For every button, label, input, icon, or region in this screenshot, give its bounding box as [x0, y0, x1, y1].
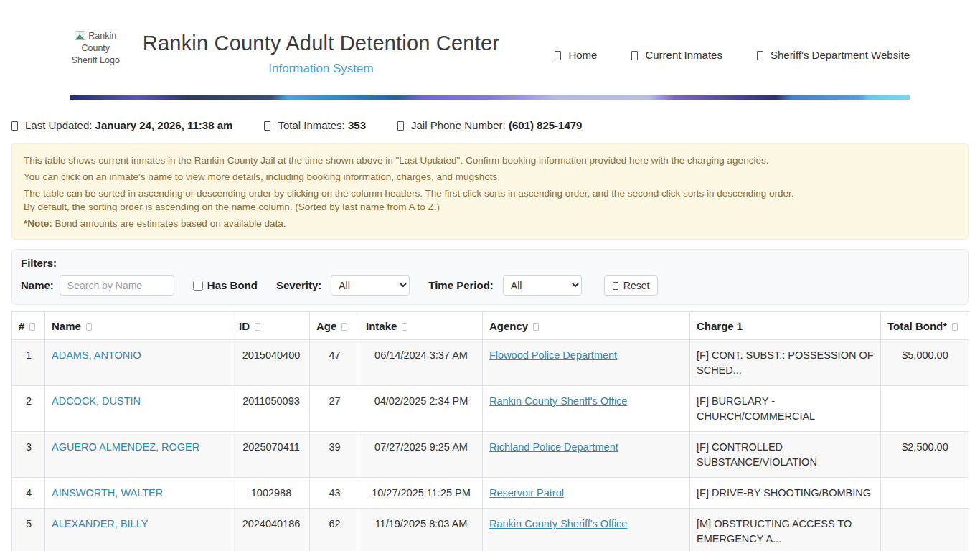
has-bond-checkbox[interactable] — [193, 281, 203, 291]
row-number: 2 — [12, 386, 45, 432]
inmate-age: 47 — [310, 340, 359, 386]
charge-text: [F] BURGLARY - CHURCH/COMMERCIAL — [690, 386, 881, 432]
jail-phone-label: Jail Phone Number: — [411, 119, 506, 131]
inmate-name-link[interactable]: ADCOCK, DUSTIN — [52, 395, 141, 407]
sort-icon — [952, 323, 958, 331]
people-icon — [264, 121, 270, 131]
sheriff-logo: Rankin County Sheriff Logo — [70, 30, 122, 67]
page-subtitle: Information System — [122, 62, 521, 76]
sort-icon — [255, 323, 260, 331]
inmate-id: 1002988 — [232, 478, 310, 509]
bond-amount — [881, 509, 969, 551]
bond-amount: $2,500.00 — [881, 432, 969, 478]
inmate-id: 2025070411 — [232, 432, 310, 478]
nav-link-current-inmates[interactable]: Current Inmates — [631, 49, 722, 61]
inmate-name-link[interactable]: AGUERO ALMENDEZ, ROGER — [52, 441, 199, 453]
inmate-name-link[interactable]: ALEXANDER, BILLY — [52, 518, 148, 529]
intake-datetime: 11/19/2025 8:03 AM — [359, 509, 483, 551]
notice-line-1: This table shows current inmates in the … — [24, 154, 956, 167]
col-header-age[interactable]: Age — [310, 312, 359, 340]
nav-link-home[interactable]: Home — [555, 49, 597, 61]
col-header-agency[interactable]: Agency — [483, 312, 690, 340]
total-inmates-label: Total Inmates: — [278, 119, 344, 131]
notice-note: *Note: Bond amounts are estimates based … — [24, 217, 956, 230]
intake-datetime: 04/02/2025 2:34 PM — [359, 386, 483, 432]
has-bond-filter: Has Bond — [193, 279, 258, 291]
agency-link[interactable]: Reservoir Patrol — [489, 487, 564, 499]
inmate-id: 2011050093 — [232, 386, 310, 432]
agency-link[interactable]: Rankin County Sheriff's Office — [489, 395, 627, 407]
agency-cell: Flowood Police Department — [483, 340, 690, 386]
sort-icon — [402, 323, 407, 331]
inmate-table-body: 1 ADAMS, ANTONIO 2015040400 47 06/14/202… — [12, 340, 969, 551]
col-header-id[interactable]: ID — [232, 312, 310, 340]
name-cell: AINSWORTH, WALTER — [45, 478, 232, 509]
col-header-charge[interactable]: Charge 1 — [690, 312, 881, 340]
agency-link[interactable]: Richland Police Department — [489, 441, 618, 453]
bond-amount — [881, 386, 969, 432]
col-header-intake[interactable]: Intake — [359, 312, 483, 340]
search-input[interactable] — [60, 275, 174, 296]
name-cell: ALEXANDER, BILLY — [45, 509, 232, 551]
agency-link[interactable]: Rankin County Sheriff's Office — [489, 518, 627, 529]
col-header-total-bond[interactable]: Total Bond* — [881, 312, 969, 340]
inmate-name-link[interactable]: AINSWORTH, WALTER — [52, 487, 163, 499]
status-bar: Last Updated: January 24, 2026, 11:38 am… — [11, 119, 969, 131]
inmate-name-link[interactable]: ADAMS, ANTONIO — [52, 349, 141, 361]
name-cell: ADCOCK, DUSTIN — [45, 386, 232, 432]
name-filter-label: Name: — [21, 279, 54, 291]
site-header: Rankin County Sheriff Logo Rankin County… — [70, 20, 910, 76]
table-row: 3 AGUERO ALMENDEZ, ROGER 2025070411 39 0… — [12, 432, 969, 478]
table-row: 1 ADAMS, ANTONIO 2015040400 47 06/14/202… — [12, 340, 969, 386]
row-number: 4 — [12, 478, 45, 509]
agency-cell: Reservoir Patrol — [483, 478, 690, 509]
phone-icon — [397, 121, 404, 131]
jail-phone: Jail Phone Number: (601) 825-1479 — [397, 119, 582, 131]
intake-datetime: 06/14/2024 3:37 AM — [359, 340, 483, 386]
filters-panel: Filters: Name: Has Bond Severity: All Ti… — [11, 249, 969, 305]
decorative-gradient-bar — [70, 95, 910, 100]
table-row: 4 AINSWORTH, WALTER 1002988 43 10/27/202… — [12, 478, 969, 509]
name-cell: AGUERO ALMENDEZ, ROGER — [45, 432, 232, 478]
col-header-number[interactable]: # — [12, 312, 45, 340]
inmate-table: # Name ID Age Intake Agency Charge 1 Tot… — [11, 311, 969, 551]
table-header-row: # Name ID Age Intake Agency Charge 1 Tot… — [12, 312, 969, 340]
time-period-select[interactable]: All — [503, 275, 582, 296]
external-link-icon — [757, 51, 763, 60]
notice-note-label: *Note: — [24, 218, 52, 229]
name-cell: ADAMS, ANTONIO — [45, 340, 232, 386]
charge-text: [F] CONTROLLED SUBSTANCE/VIOLATION — [690, 432, 881, 478]
last-updated-label: Last Updated: — [25, 119, 92, 131]
col-header-name[interactable]: Name — [45, 312, 232, 340]
nav-label-current-inmates: Current Inmates — [645, 49, 722, 61]
table-row: 2 ADCOCK, DUSTIN 2011050093 27 04/02/202… — [12, 386, 969, 432]
page-title: Rankin County Adult Detention Center — [122, 32, 521, 55]
sort-icon — [29, 323, 35, 331]
severity-select[interactable]: All — [331, 275, 410, 296]
filters-row: Name: Has Bond Severity: All Time Period… — [21, 275, 959, 296]
sort-icon — [533, 323, 539, 331]
notice-note-text: Bond amounts are estimates based on avai… — [52, 218, 286, 229]
table-row: 5 ALEXANDER, BILLY 2024040186 62 11/19/2… — [12, 509, 969, 551]
sort-icon — [341, 323, 347, 331]
inmate-age: 39 — [310, 432, 359, 478]
bond-amount — [881, 478, 969, 509]
time-period-filter-label: Time Period: — [428, 279, 494, 291]
reset-icon — [613, 282, 618, 290]
inmate-id: 2024040186 — [232, 509, 310, 551]
charge-text: [M] OBSTRUCTING ACCESS TO EMERGENCY A... — [690, 509, 881, 551]
broken-image-icon — [75, 31, 85, 40]
agency-cell: Richland Police Department — [483, 432, 690, 478]
notice-line-3: The table can be sorted in ascending or … — [24, 187, 956, 200]
agency-link[interactable]: Flowood Police Department — [489, 349, 617, 361]
inmate-age: 43 — [310, 478, 359, 509]
notice-line-4: By default, the sorting order is ascendi… — [24, 200, 956, 214]
row-number: 5 — [12, 509, 45, 551]
inmate-age: 62 — [310, 509, 359, 551]
reset-button[interactable]: Reset — [604, 275, 659, 296]
title-block: Rankin County Adult Detention Center Inf… — [122, 32, 521, 76]
nav-link-sheriff-website[interactable]: Sheriff's Department Website — [757, 49, 910, 61]
agency-cell: Rankin County Sheriff's Office — [483, 509, 690, 551]
intake-datetime: 10/27/2025 11:25 PM — [359, 478, 483, 509]
agency-cell: Rankin County Sheriff's Office — [483, 386, 690, 432]
